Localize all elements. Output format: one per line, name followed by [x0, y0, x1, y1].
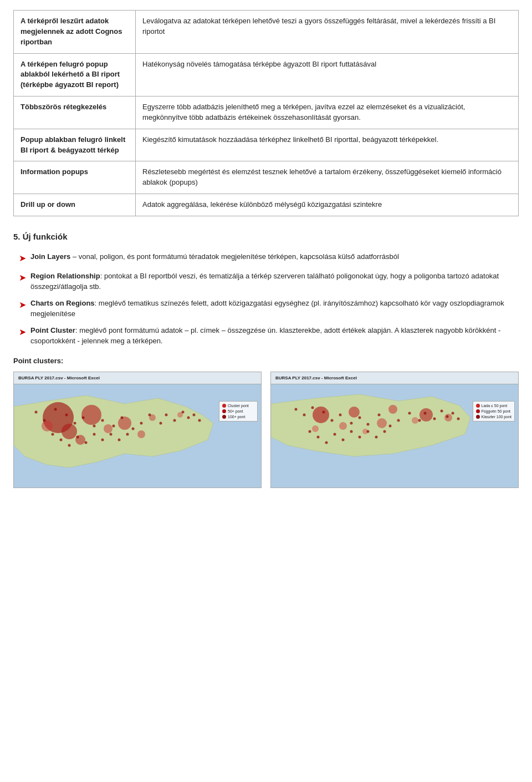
svg-point-71 [446, 415, 449, 418]
svg-point-64 [389, 424, 392, 427]
legend-label: 50+ pont [228, 409, 243, 414]
legend-color-dot [222, 404, 226, 408]
bullet-text: Region Relationship: pontokat a BI repor… [30, 271, 513, 292]
svg-point-5 [62, 424, 77, 439]
svg-point-70 [441, 409, 443, 412]
svg-point-60 [350, 422, 353, 424]
legend-label: Klaszter 100 pont [482, 414, 511, 420]
svg-point-62 [367, 423, 370, 425]
svg-point-24 [149, 413, 151, 416]
bullet-text: Charts on Regions: meglévő tematikus szí… [30, 298, 513, 319]
legend-item: Függvén 50 pont [476, 409, 511, 414]
svg-point-36 [85, 441, 88, 444]
svg-point-6 [42, 420, 53, 431]
svg-point-59 [339, 413, 342, 416]
svg-point-75 [317, 435, 320, 438]
svg-point-66 [408, 412, 411, 414]
svg-point-77 [334, 433, 336, 435]
svg-point-37 [93, 433, 96, 435]
map-title: BURSA PLY 2017.csv - Microsoft Excel [275, 375, 357, 380]
svg-point-58 [331, 419, 334, 422]
svg-point-44 [313, 407, 329, 423]
svg-point-82 [375, 435, 378, 438]
map-legend: Lada ≤ 50 pontFüggvén 50 pontKlaszter 10… [473, 401, 515, 422]
legend-item: Klaszter 100 pont [476, 414, 511, 420]
svg-point-33 [60, 438, 63, 441]
table-cell-right: Egyszerre több adatbázis jeleníthető meg… [136, 97, 519, 129]
svg-point-83 [383, 430, 386, 433]
svg-point-38 [101, 438, 104, 441]
legend-color-dot [476, 415, 480, 419]
map-toolbar: BURSA PLY 2017.csv - Microsoft Excel [14, 372, 261, 384]
svg-point-7 [104, 424, 112, 433]
svg-point-29 [187, 416, 190, 419]
bullet-item: ➤Region Relationship: pontokat a BI repo… [19, 271, 513, 292]
table-row: A térképen felugró popup ablakból lekérh… [14, 53, 519, 97]
svg-point-39 [110, 433, 112, 435]
map-toolbar: BURSA PLY 2017.csv - Microsoft Excel [271, 372, 518, 384]
svg-point-16 [74, 422, 76, 424]
table-cell-left: Többszörös rétegkezelés [14, 97, 136, 129]
svg-point-20 [112, 424, 115, 427]
table-cell-right: Részletesebb megértést és elemzést teszn… [136, 161, 519, 194]
svg-point-14 [54, 408, 57, 410]
svg-point-56 [311, 406, 314, 409]
bullet-arrow-icon: ➤ [19, 326, 26, 339]
legend-color-dot [222, 415, 226, 419]
table-row: Information popupsRészletesebb megértést… [14, 161, 519, 194]
svg-point-4 [118, 417, 131, 430]
table-cell-right: Hatékonyság növelés támogatása térképbe … [136, 53, 519, 97]
svg-point-40 [118, 438, 121, 441]
svg-point-54 [295, 408, 298, 410]
features-bullet-list: ➤Join Layers – vonal, poligon, és pont f… [13, 251, 519, 347]
svg-point-45 [349, 407, 360, 418]
svg-point-19 [101, 419, 104, 422]
svg-point-78 [342, 438, 345, 441]
svg-point-61 [359, 416, 361, 419]
svg-point-32 [52, 433, 54, 435]
svg-point-12 [35, 410, 38, 413]
legend-item: Lada ≤ 50 pont [476, 403, 511, 409]
bullet-text: Point Cluster: meglévő pont formátumú ad… [30, 325, 513, 347]
bullet-arrow-icon: ➤ [19, 252, 26, 265]
bullet-item: ➤Point Cluster: meglévő pont formátumú a… [19, 325, 513, 347]
table-row: Popup ablakban felugró linkelt BI riport… [14, 129, 519, 161]
map-legend: Cluster pont50+ pont100+ pont [219, 401, 258, 422]
features-table: A térképről leszűrt adatok megjelennek a… [13, 10, 519, 216]
svg-point-48 [339, 422, 347, 430]
svg-point-51 [312, 425, 319, 432]
bullet-item: ➤Charts on Regions: meglévő tematikus sz… [19, 298, 513, 319]
svg-point-65 [397, 419, 400, 422]
svg-point-52 [444, 414, 452, 422]
svg-point-47 [420, 408, 433, 422]
map-body: Cluster pont50+ pont100+ pont [14, 384, 261, 488]
svg-point-80 [359, 435, 361, 438]
svg-point-68 [424, 412, 427, 414]
svg-point-76 [325, 441, 328, 444]
svg-point-72 [452, 412, 454, 414]
table-row: Többszörös rétegkezelésEgyszerre több ad… [14, 97, 519, 129]
svg-point-50 [412, 417, 418, 424]
map-body: Lada ≤ 50 pontFüggvén 50 pontKlaszter 10… [271, 384, 518, 488]
legend-label: 100+ pont [228, 414, 245, 420]
legend-label: Függvén 50 pont [482, 409, 511, 414]
svg-point-21 [121, 416, 124, 419]
svg-point-22 [132, 427, 135, 430]
point-clusters-label: Point clusters: [13, 357, 519, 365]
table-cell-right: Leválogatva az adatokat térképen lehetőv… [136, 11, 519, 54]
legend-label: Cluster pont [228, 403, 249, 409]
table-cell-right: Adatok aggregálása, lekérése különböző m… [136, 194, 519, 216]
svg-point-10 [137, 430, 145, 438]
table-row: Drill up or downAdatok aggregálása, leké… [14, 194, 519, 216]
map-title: BURSA PLY 2017.csv - Microsoft Excel [18, 375, 100, 380]
legend-color-dot [476, 404, 480, 408]
legend-label: Lada ≤ 50 pont [482, 403, 508, 409]
svg-point-55 [303, 413, 306, 416]
svg-point-17 [82, 416, 85, 419]
svg-point-27 [173, 419, 176, 422]
svg-point-31 [198, 419, 201, 422]
svg-point-13 [43, 419, 46, 422]
table-cell-left: Information popups [14, 161, 136, 194]
bullet-arrow-icon: ➤ [19, 271, 26, 285]
svg-point-63 [378, 413, 381, 416]
